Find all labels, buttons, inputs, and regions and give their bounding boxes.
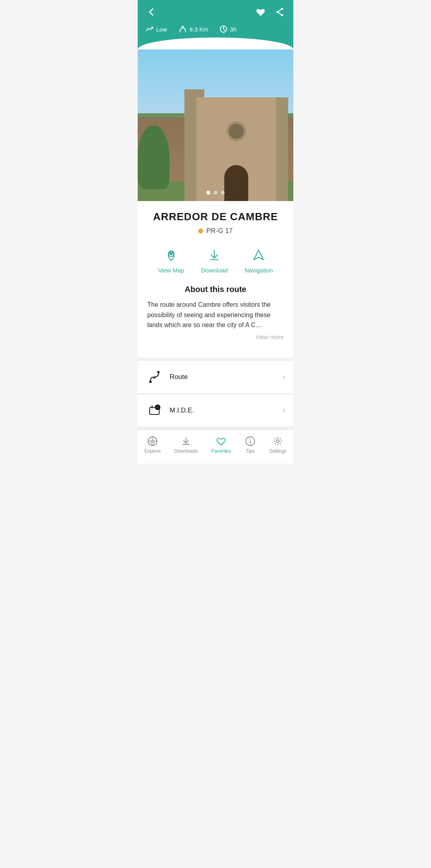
favorites-icon [216,436,227,447]
download-button[interactable]: Download [201,246,228,274]
view-map-icon [162,246,180,264]
nav-downloads-label: Downloads [174,448,198,454]
about-text: The route around Cambre offers visitors … [147,300,284,330]
nav-favorites[interactable]: Favorites [207,434,236,456]
navigation-button[interactable]: Navigation [245,246,273,274]
nav-explore[interactable]: Explore [140,434,166,456]
nav-tips[interactable]: Tips [240,434,261,456]
svg-marker-9 [254,250,263,260]
download-label: Download [201,267,228,274]
nav-settings[interactable]: Settings [265,434,291,456]
svg-line-4 [278,12,281,15]
header-right-icons [255,6,285,18]
image-carousel [138,49,293,201]
duration-icon [219,25,227,33]
svg-point-19 [152,440,153,442]
nav-tips-label: Tips [246,448,255,454]
view-more-button[interactable]: View more [147,333,284,340]
route-title: ARREDOR DE CAMBRE [146,211,285,223]
view-map-button[interactable]: View Map [158,246,184,274]
dot-3[interactable] [221,191,225,195]
main-content: ARREDOR DE CAMBRE PR-G 17 View Map [138,201,293,358]
route-arrow: › [283,373,285,381]
header: Low 9.3 Km 3h [138,0,293,49]
downloads-icon [180,436,192,447]
download-icon [206,246,223,264]
svg-point-10 [150,381,151,383]
carousel-image-1 [138,49,293,201]
church-illustration [184,81,288,201]
settings-icon [272,436,283,447]
route-icon [146,368,163,386]
svg-point-27 [250,439,251,440]
svg-point-8 [170,253,172,255]
about-title: About this route [147,285,284,294]
header-stats: Low 9.3 Km 3h [146,25,285,34]
distance-label: 9.3 Km [190,26,209,33]
navigation-icon [250,246,267,264]
about-section: About this route The route around Cambre… [146,285,285,340]
route-code: PR-G 17 [146,227,285,235]
dot-2[interactable] [214,191,217,195]
favorite-button[interactable] [255,6,266,18]
carousel-dots [206,191,225,195]
route-label: Route [170,373,277,381]
code-dot [198,229,203,233]
distance-stat: 9.3 Km [178,25,209,34]
svg-point-5 [182,26,184,28]
dot-1[interactable] [206,191,210,195]
nav-favorites-label: Favorites [212,448,231,454]
nav-settings-label: Settings [269,448,287,454]
svg-point-11 [158,371,159,373]
tips-icon [245,436,256,447]
header-top [146,6,285,18]
explore-icon [147,436,158,447]
route-code-label: PR-G 17 [206,227,233,235]
svg-line-3 [278,9,281,12]
route-list-item[interactable]: Route › [138,361,293,393]
view-map-label: View Map [158,267,184,274]
nav-downloads[interactable]: Downloads [169,434,202,456]
mide-arrow: › [283,406,285,414]
back-button[interactable] [146,6,157,18]
difficulty-icon [146,25,154,33]
difficulty-stat: Low [146,25,167,33]
bottom-nav: Explore Downloads Favorites Tips [138,430,293,464]
svg-point-28 [277,440,279,442]
share-button[interactable] [274,6,285,18]
action-buttons: View Map Download Navigation [146,246,285,274]
mide-label: M.I.D.E. [170,406,277,414]
navigation-label: Navigation [245,267,273,274]
mide-icon [146,402,163,419]
duration-stat: 3h [219,25,237,33]
list-section: Route › M.I.D.E. › [138,358,293,430]
difficulty-label: Low [156,26,167,33]
nav-explore-label: Explore [144,448,161,454]
distance-icon [178,25,187,34]
duration-label: 3h [230,26,237,33]
mide-list-item[interactable]: M.I.D.E. › [138,395,293,426]
